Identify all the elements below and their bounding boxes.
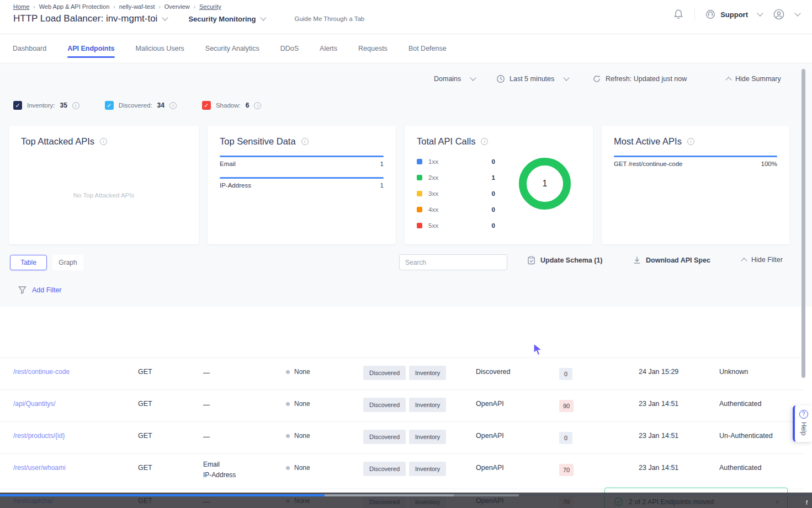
help-label: Help	[800, 422, 808, 436]
video-progress-buffered[interactable]	[454, 494, 519, 496]
info-icon[interactable]: i	[72, 102, 79, 109]
domains-dropdown[interactable]: Domains	[434, 72, 475, 86]
chevron-down-icon	[757, 10, 763, 16]
threat-level-value: None	[286, 400, 310, 408]
tab-security-analytics[interactable]: Security Analytics	[205, 41, 259, 56]
last-updated-value: 24 Jan 15:29	[639, 368, 678, 376]
tab-api-endpoints[interactable]: API Endpoints	[67, 41, 114, 56]
add-filter-button[interactable]: Add Filter	[18, 286, 62, 294]
tab-malicious-users[interactable]: Malicious Users	[136, 41, 184, 56]
category-badge: Discovered	[363, 398, 406, 412]
table-row[interactable]: /rest/products/{id} GET — None Discovere…	[0, 421, 804, 453]
tab-requests[interactable]: Requests	[358, 41, 388, 56]
info-icon[interactable]: i	[254, 102, 261, 109]
video-progress-buffered[interactable]	[325, 494, 454, 496]
video-progress-played[interactable]	[0, 494, 325, 496]
hide-summary-toggle[interactable]: Hide Summary	[721, 72, 781, 86]
shadow-checkbox[interactable]: ✓	[202, 101, 211, 110]
domains-label: Domains	[434, 75, 461, 83]
breadcrumb-home[interactable]: Home	[13, 3, 29, 10]
category-badge: Discovered	[363, 462, 406, 476]
info-icon[interactable]: i	[301, 138, 309, 145]
table-row[interactable]: /rest/continue-code GET — None Discovere…	[0, 357, 804, 389]
breadcrumb-overview[interactable]: Overview	[164, 3, 190, 10]
api-type-filters: ✓ Inventory: 35 i ✓ Discovered: 34 i ✓ S…	[13, 101, 261, 110]
download-api-spec-button[interactable]: Download API Spec	[633, 256, 710, 264]
chevron-down-icon[interactable]	[162, 14, 168, 20]
guide-me-link[interactable]: Guide Me Through a Tab	[294, 15, 364, 22]
breadcrumb-namespace[interactable]: nelly-waf-test	[119, 3, 155, 10]
last-updated-value: 23 Jan 14:51	[639, 400, 678, 408]
chevron-up-icon	[741, 258, 747, 264]
table-row[interactable]: /api/Quantitys/ GET — None DiscoveredInv…	[0, 389, 804, 421]
endpoint-link[interactable]: /rest/products/{id}	[13, 432, 65, 440]
card-title: Total API Calls	[417, 136, 475, 147]
graph-view-button[interactable]: Graph	[52, 255, 83, 270]
time-range-dropdown[interactable]: Last 5 minutes	[496, 72, 569, 86]
tab-dashboard[interactable]: Dashboard	[13, 41, 46, 56]
tab-alerts[interactable]: Alerts	[320, 41, 337, 56]
video-progress-track[interactable]	[519, 494, 812, 496]
sensitive-data-value: EmailIP-Address	[203, 459, 236, 480]
help-tab[interactable]: ? Help	[793, 405, 812, 442]
breadcrumb-separator: ›	[158, 4, 160, 10]
tab-ddos[interactable]: DDoS	[280, 41, 299, 56]
category-badge: Discovered	[363, 430, 406, 444]
breadcrumb-waap[interactable]: Web App & API Protection	[39, 3, 110, 10]
add-filter-label: Add Filter	[32, 286, 62, 294]
schema-status-value: OpenAPI	[476, 400, 504, 408]
chevron-down-icon	[470, 74, 476, 81]
legend-label: 5xx	[428, 222, 438, 229]
support-menu[interactable]: Support	[705, 9, 762, 20]
hide-filter-label: Hide Filter	[751, 256, 783, 264]
update-schema-button[interactable]: Update Schema (1)	[527, 256, 603, 265]
security-monitoring-dropdown[interactable]: Security Monitoring	[188, 15, 266, 23]
legend-swatch-4xx	[417, 207, 422, 212]
endpoint-link[interactable]: /rest/user/whoami	[13, 464, 66, 472]
table-view-button[interactable]: Table	[10, 255, 47, 270]
account-menu[interactable]	[772, 8, 800, 21]
discovered-checkbox[interactable]: ✓	[105, 101, 114, 110]
legend-swatch-3xx	[417, 191, 422, 196]
filter-inventory[interactable]: ✓ Inventory: 35 i	[13, 101, 79, 110]
chevron-down-icon	[794, 10, 800, 16]
inventory-checkbox[interactable]: ✓	[13, 101, 22, 110]
method-value: GET	[138, 464, 152, 472]
category-badge: Inventory	[409, 366, 446, 380]
clipboard-check-icon	[527, 256, 535, 265]
sensitive-data-value: 1	[380, 182, 384, 189]
threat-dot-icon	[286, 402, 290, 406]
legend-value: 0	[492, 222, 501, 229]
sensitive-data-label[interactable]: Email	[220, 161, 236, 167]
breadcrumb-separator: ›	[194, 4, 195, 10]
method-value: GET	[138, 400, 152, 408]
breadcrumb-security[interactable]: Security	[199, 3, 221, 10]
search-input[interactable]	[399, 254, 507, 270]
schema-status-value: OpenAPI	[476, 432, 504, 440]
hide-filter-toggle[interactable]: Hide Filter	[736, 256, 783, 264]
vertical-scrollbar[interactable]	[802, 69, 805, 378]
table-row[interactable]: /rest/user/whoami GET EmailIP-Address No…	[0, 453, 804, 489]
info-icon[interactable]: i	[169, 102, 177, 109]
filter-shadow[interactable]: ✓ Shadow: 6 i	[202, 101, 261, 110]
endpoint-link[interactable]: /api/Quantitys/	[13, 400, 56, 408]
tab-bot-defense[interactable]: Bot Defense	[408, 41, 447, 56]
info-icon[interactable]: i	[100, 138, 107, 145]
refresh-button[interactable]: Refresh: Updated just now	[592, 72, 687, 86]
active-api-label[interactable]: GET /rest/continue-code	[614, 161, 682, 167]
auth-status-value: Authenticated	[719, 464, 761, 472]
notifications-bell-icon[interactable]	[672, 8, 684, 20]
question-mark-icon: ?	[799, 410, 808, 419]
filter-discovered[interactable]: ✓ Discovered: 34 i	[105, 101, 177, 110]
refresh-label: Refresh: Updated just now	[606, 75, 687, 83]
legend-label: 2xx	[428, 174, 438, 181]
legend-label: 3xx	[428, 190, 438, 197]
sensitive-data-label[interactable]: IP-Address	[220, 182, 251, 189]
endpoint-link[interactable]: /rest/continue-code	[13, 368, 70, 376]
info-icon[interactable]: i	[687, 138, 694, 145]
legend-swatch-1xx	[417, 159, 422, 164]
category-badge: Discovered	[363, 366, 406, 380]
threat-dot-icon	[286, 434, 290, 438]
active-api-value: 100%	[761, 161, 777, 167]
info-icon[interactable]: i	[481, 138, 488, 145]
